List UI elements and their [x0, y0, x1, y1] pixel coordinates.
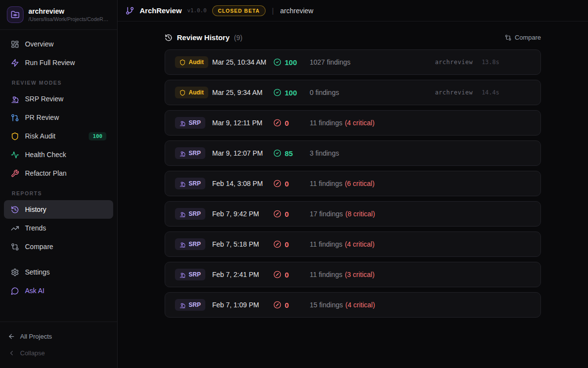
section-label-reports: REPORTS: [0, 183, 117, 200]
topbar-project-name: archreview: [280, 7, 314, 15]
microscope-icon: [179, 272, 186, 278]
review-timestamp: Feb 7, 9:42 PM: [212, 210, 268, 218]
sidebar-item-health-check[interactable]: Health Check: [4, 145, 113, 164]
wrench-icon: [11, 169, 19, 178]
findings-count: 3 findings: [310, 149, 339, 157]
review-row[interactable]: SRP Feb 7, 2:41 PM 0 11 findings(3 criti…: [165, 262, 541, 287]
review-row[interactable]: SRP Feb 7, 5:18 PM 0 11 findings(4 criti…: [165, 231, 541, 257]
critical-count: (8 critical): [345, 210, 375, 218]
x-circle-icon: [273, 240, 281, 248]
sidebar-item-label: Refactor Plan: [25, 169, 67, 177]
sidebar-item-risk-audit[interactable]: Risk Audit 100: [4, 127, 113, 145]
review-history-list: Audit Mar 25, 10:34 AM 100 1027 findings…: [165, 49, 541, 318]
review-type-label: Audit: [189, 89, 204, 96]
findings-count: 0 findings: [310, 89, 339, 96]
score-value: 85: [285, 149, 293, 158]
findings-count: 15 findings: [310, 301, 343, 309]
collapse-sidebar-button[interactable]: Collapse: [8, 345, 109, 361]
app-version: v1.0.0: [187, 7, 207, 14]
chevron-left-icon: [8, 349, 15, 357]
project-folder-git-icon: [7, 6, 24, 23]
findings-count: 11 findings: [310, 271, 343, 278]
sidebar-item-label: Ask AI: [25, 287, 45, 295]
review-timestamp: Feb 7, 2:41 PM: [212, 271, 268, 278]
review-timestamp: Mar 25, 9:34 AM: [212, 89, 268, 96]
sidebar-item-overview[interactable]: Overview: [4, 35, 113, 53]
review-row[interactable]: SRP Feb 14, 3:08 PM 0 11 findings(6 crit…: [165, 171, 541, 196]
zap-icon: [11, 59, 19, 67]
check-circle-icon: [273, 58, 281, 66]
sidebar-item-srp-review[interactable]: SRP Review: [4, 90, 113, 108]
collapse-label: Collapse: [20, 349, 45, 357]
review-timestamp: Feb 14, 3:08 PM: [212, 180, 268, 187]
microscope-icon: [179, 302, 186, 308]
sidebar-footer: All Projects Collapse: [0, 322, 117, 368]
shield-icon: [179, 59, 186, 66]
findings-count: 11 findings: [310, 119, 343, 127]
review-count: (9): [234, 34, 243, 42]
review-type-label: SRP: [189, 241, 201, 248]
sidebar-item-compare[interactable]: Compare: [4, 237, 113, 256]
project-path: /Users/lisa/Work/Projects/CodeRev...: [28, 16, 110, 22]
check-circle-icon: [273, 89, 281, 96]
app-window: archreview /Users/lisa/Work/Projects/Cod…: [0, 0, 588, 368]
sidebar-item-pr-review[interactable]: PR Review: [4, 108, 113, 127]
gear-icon: [11, 268, 19, 276]
git-pull-request-icon: [11, 114, 19, 122]
review-type-label: SRP: [189, 180, 201, 187]
chat-bubble-icon: [11, 287, 19, 295]
project-header[interactable]: archreview /Users/lisa/Work/Projects/Cod…: [0, 0, 117, 30]
review-duration: 14.4s: [482, 89, 499, 96]
critical-count: (4 critical): [345, 240, 375, 248]
compare-button[interactable]: Compare: [505, 34, 541, 41]
review-score: 0: [273, 119, 304, 127]
sidebar-item-refactor-plan[interactable]: Refactor Plan: [4, 164, 113, 183]
sidebar-item-ask-ai[interactable]: Ask AI: [4, 281, 113, 300]
sidebar-item-trends[interactable]: Trends: [4, 219, 113, 237]
sidebar-item-history[interactable]: History: [4, 200, 113, 219]
review-row[interactable]: SRP Feb 7, 9:42 PM 0 17 findings(8 criti…: [165, 201, 541, 227]
x-circle-icon: [273, 119, 281, 127]
review-timestamp: Mar 9, 12:11 PM: [212, 119, 268, 127]
app-title: ArchReview: [140, 6, 182, 15]
review-type-label: SRP: [189, 119, 201, 126]
review-type-label: SRP: [189, 210, 201, 217]
history-icon: [11, 206, 19, 214]
all-projects-button[interactable]: All Projects: [8, 328, 109, 345]
compare-button-label: Compare: [515, 34, 541, 41]
score-value: 0: [285, 240, 289, 249]
findings-count: 17 findings: [310, 210, 343, 218]
critical-count: (3 critical): [345, 271, 375, 278]
microscope-icon: [179, 150, 186, 157]
review-type-badge: SRP: [175, 238, 205, 250]
review-history-header: Review History (9) Compare: [165, 33, 541, 42]
score-value: 100: [285, 58, 297, 67]
review-type-label: SRP: [189, 150, 201, 157]
review-row[interactable]: SRP Mar 9, 12:11 PM 0 11 findings(4 crit…: [165, 110, 541, 136]
score-value: 0: [285, 119, 289, 127]
sidebar: archreview /Users/lisa/Work/Projects/Cod…: [0, 0, 118, 368]
review-timestamp: Feb 7, 1:09 PM: [212, 301, 268, 309]
microscope-icon: [179, 211, 186, 217]
critical-count: (4 critical): [345, 301, 375, 309]
review-score: 0: [273, 240, 304, 249]
review-score: 100: [273, 89, 304, 97]
sidebar-item-run-full-review[interactable]: Run Full Review: [4, 53, 113, 72]
review-type-label: SRP: [189, 271, 201, 278]
review-row[interactable]: SRP Feb 7, 1:09 PM 0 15 findings(4 criti…: [165, 292, 541, 318]
score-value: 0: [285, 210, 289, 218]
history-icon: [165, 34, 172, 42]
review-score: 0: [273, 271, 304, 279]
review-row[interactable]: Audit Mar 25, 9:34 AM 100 0 findings arc…: [165, 80, 541, 105]
topbar: ArchReview v1.0.0 CLOSED BETA | archrevi…: [118, 0, 588, 22]
sidebar-item-label: PR Review: [25, 114, 59, 121]
topbar-separator: |: [272, 7, 274, 15]
arrow-left-icon: [8, 333, 15, 340]
review-row[interactable]: SRP Mar 9, 12:07 PM 85 3 findings: [165, 140, 541, 166]
review-duration: 13.8s: [482, 59, 499, 66]
sidebar-item-label: Health Check: [25, 151, 66, 159]
sidebar-item-settings[interactable]: Settings: [4, 263, 113, 281]
review-row[interactable]: Audit Mar 25, 10:34 AM 100 1027 findings…: [165, 49, 541, 75]
main-content: Review History (9) Compare Audit: [118, 22, 588, 368]
review-type-label: SRP: [189, 301, 201, 308]
